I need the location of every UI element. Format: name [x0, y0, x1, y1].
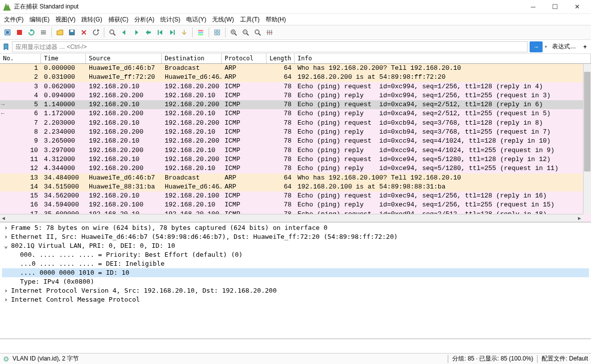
bookmark-icon[interactable]	[2, 43, 10, 50]
col-time[interactable]: Time	[41, 54, 86, 63]
packet-list-header[interactable]: No. Time Source Destination Protocol Len…	[0, 54, 591, 64]
colorize-icon[interactable]	[195, 27, 206, 38]
menubar: 文件(F)编辑(E)视图(V)跳转(G)捕获(C)分析(A)统计(S)电话(Y)…	[0, 14, 591, 25]
expression-button[interactable]: 表达式…	[549, 42, 579, 51]
expert-info-icon[interactable]: ⚙	[3, 355, 9, 363]
col-no[interactable]: No.	[0, 54, 41, 63]
menu-item[interactable]: 统计(S)	[160, 15, 180, 24]
horizontal-scrollbar[interactable]: ◄►	[0, 214, 583, 222]
restart-capture-icon[interactable]	[26, 27, 37, 38]
svg-marker-13	[159, 30, 162, 35]
detail-line[interactable]: Internet Protocol Version 4, Src: 192.16…	[2, 286, 589, 295]
packet-row[interactable]: 103.297000192.168.20.200192.168.20.10ICM…	[0, 146, 591, 155]
menu-item[interactable]: 分析(A)	[134, 15, 154, 24]
jump-icon[interactable]	[143, 27, 154, 38]
packet-row[interactable]: 1334.484000HuaweiTe_d6:46:b7BroadcastARP…	[0, 174, 591, 182]
packet-row[interactable]: 1434.515000HuaweiTe_88:31:baHuaweiTe_d6:…	[0, 182, 591, 191]
col-source[interactable]: Source	[86, 54, 162, 63]
detail-line[interactable]: 000. .... .... .... = Priority: Best Eff…	[2, 250, 589, 259]
packet-row[interactable]: 124.344000192.168.20.200192.168.20.10ICM…	[0, 164, 591, 173]
svg-rect-18	[198, 34, 203, 35]
menu-item[interactable]: 电话(Y)	[186, 15, 206, 24]
detail-line[interactable]: Frame 5: 78 bytes on wire (624 bits), 78…	[2, 223, 589, 232]
vertical-scrollbar[interactable]	[583, 64, 591, 214]
display-filter-input[interactable]	[12, 41, 528, 52]
prev-icon[interactable]	[119, 27, 130, 38]
svg-point-7	[110, 30, 114, 34]
next-icon[interactable]	[131, 27, 142, 38]
packet-details-pane[interactable]: Frame 5: 78 bytes on wire (624 bits), 78…	[0, 222, 591, 339]
packet-row[interactable]: 30.062000192.168.20.10192.168.20.200ICMP…	[0, 82, 591, 91]
detail-line[interactable]: .... 0000 0000 1010 = ID: 10	[2, 268, 589, 277]
add-filter-button[interactable]: +	[581, 43, 589, 50]
packet-row[interactable]: 1534.562000192.168.20.10192.168.20.100IC…	[0, 191, 591, 200]
maximize-button[interactable]: ☐	[544, 0, 566, 14]
col-info[interactable]: Info	[295, 54, 591, 63]
packet-rows: 10.000000HuaweiTe_d6:46:b7BroadcastARP64…	[0, 64, 591, 222]
zoom-in-icon[interactable]	[228, 27, 239, 38]
menu-item[interactable]: 帮助(H)	[266, 15, 286, 24]
options-icon[interactable]	[38, 27, 49, 38]
save-icon[interactable]	[66, 27, 77, 38]
menu-item[interactable]: 编辑(E)	[29, 15, 49, 24]
svg-rect-19	[215, 30, 217, 32]
close-button[interactable]: ✕	[566, 0, 588, 14]
svg-rect-17	[198, 32, 203, 33]
first-icon[interactable]	[155, 27, 166, 38]
col-length[interactable]: Length	[267, 54, 295, 63]
status-field: VLAN ID (vlan.id), 2 字节	[12, 355, 79, 363]
stop-capture-icon[interactable]	[14, 27, 25, 38]
packet-row[interactable]: 72.203000192.168.20.10192.168.20.200ICMP…	[0, 119, 591, 128]
menu-item[interactable]: 工具(T)	[240, 15, 260, 24]
open-file-icon[interactable]	[54, 27, 65, 38]
zoom-out-icon[interactable]	[240, 27, 251, 38]
packet-row[interactable]: 40.094000192.168.20.200192.168.20.10ICMP…	[0, 91, 591, 100]
find-icon[interactable]	[107, 27, 118, 38]
enlarge-icon[interactable]	[212, 27, 223, 38]
toolbar	[0, 25, 591, 40]
col-destination[interactable]: Destination	[162, 54, 222, 63]
zoom-reset-icon[interactable]	[252, 27, 263, 38]
apply-filter-button[interactable]: →	[530, 41, 543, 52]
packet-row[interactable]: 114.312000192.168.20.10192.168.20.200ICM…	[0, 155, 591, 164]
titlebar: 正在捕获 Standard input ─ ☐ ✕	[0, 0, 591, 14]
reload-icon[interactable]	[90, 27, 101, 38]
svg-rect-21	[218, 30, 220, 32]
packet-row[interactable]: ←61.172000192.168.20.200192.168.20.10ICM…	[0, 109, 591, 118]
svg-marker-3	[30, 29, 32, 32]
packet-row[interactable]: 82.234000192.168.20.200192.168.20.10ICMP…	[0, 128, 591, 137]
col-protocol[interactable]: Protocol	[222, 54, 267, 63]
detail-line[interactable]: 802.1Q Virtual LAN, PRI: 0, DEI: 0, ID: …	[2, 241, 589, 250]
filter-bar: → ▾ 表达式… +	[0, 40, 591, 54]
menu-item[interactable]: 视图(V)	[55, 15, 75, 24]
resize-columns-icon[interactable]	[264, 27, 275, 38]
detail-line[interactable]: Type: IPv4 (0x0800)	[2, 277, 589, 286]
close-file-icon[interactable]	[78, 27, 89, 38]
packet-row[interactable]: →51.140000192.168.20.10192.168.20.200ICM…	[0, 100, 591, 109]
packet-row[interactable]: 93.265000192.168.20.10192.168.20.200ICMP…	[0, 137, 591, 146]
svg-line-24	[235, 33, 237, 35]
svg-rect-1	[6, 31, 9, 34]
interfaces-icon[interactable]	[2, 27, 13, 38]
detail-line[interactable]: Internet Control Message Protocol	[2, 295, 589, 304]
svg-line-8	[113, 33, 115, 35]
detail-line[interactable]: ...0 .... .... .... = DEI: Ineligible	[2, 259, 589, 268]
autoscroll-icon[interactable]	[179, 27, 190, 38]
status-profile[interactable]: 配置文件: Default	[542, 355, 588, 363]
svg-line-26	[247, 33, 249, 35]
svg-point-27	[255, 30, 259, 34]
menu-item[interactable]: 捕获(C)	[108, 15, 129, 24]
menu-item[interactable]: 跳转(G)	[81, 15, 102, 24]
packet-row[interactable]: 10.000000HuaweiTe_d6:46:b7BroadcastARP64…	[0, 64, 591, 73]
packet-list-pane: No. Time Source Destination Protocol Len…	[0, 54, 591, 222]
menu-item[interactable]: 无线(W)	[212, 15, 234, 24]
last-icon[interactable]	[167, 27, 178, 38]
svg-marker-14	[170, 30, 173, 35]
packet-row[interactable]: 20.031000HuaweiTe_ff:72:20HuaweiTe_d6:46…	[0, 73, 591, 82]
detail-line[interactable]: Ethernet II, Src: HuaweiTe_d6:46:b7 (54:…	[2, 232, 589, 241]
menu-item[interactable]: 文件(F)	[4, 15, 23, 24]
packet-row[interactable]: 1634.594000192.168.20.100192.168.20.10IC…	[0, 200, 591, 209]
svg-rect-16	[198, 30, 203, 31]
minimize-button[interactable]: ─	[522, 0, 544, 14]
window-title: 正在捕获 Standard input	[14, 2, 522, 11]
